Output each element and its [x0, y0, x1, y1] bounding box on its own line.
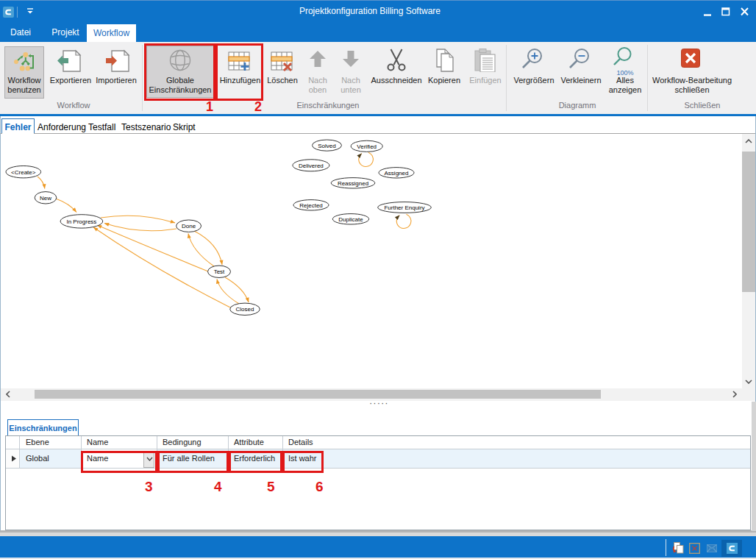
svg-text:Done: Done: [182, 223, 196, 229]
svg-text:Further Enquiry: Further Enquiry: [384, 204, 424, 211]
svg-text:Solved: Solved: [318, 143, 335, 149]
svg-text:Closed: Closed: [236, 306, 254, 313]
svg-text:Delivered: Delivered: [299, 163, 324, 169]
svg-text:Assigned: Assigned: [385, 170, 409, 177]
svg-text:<Create>: <Create>: [11, 169, 36, 176]
svg-text:Test: Test: [214, 268, 225, 275]
svg-text:Duplicate: Duplicate: [338, 216, 363, 223]
svg-text:In Progress: In Progress: [66, 218, 96, 225]
svg-text:New: New: [40, 195, 51, 202]
svg-text:Rejected: Rejected: [299, 202, 323, 209]
svg-text:Verified: Verified: [357, 143, 377, 150]
svg-text:Reassigned: Reassigned: [338, 180, 368, 187]
